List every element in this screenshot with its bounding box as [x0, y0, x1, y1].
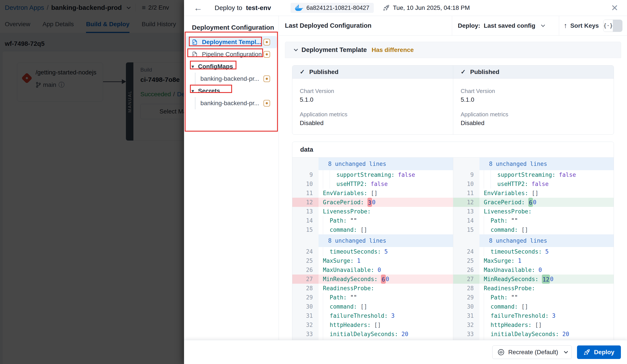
- deployment-strategy-icon: [497, 349, 505, 356]
- diff-code-line: 24timeoutSeconds: 5: [453, 247, 614, 256]
- indent-guide: [323, 179, 330, 188]
- screen: Devtron Apps / banking-backend-prod ≡ 2/…: [0, 0, 627, 364]
- code-cell: timeoutSeconds: 5: [479, 247, 614, 256]
- code-token: ReadinessProbe:: [323, 284, 374, 293]
- code-token: 5: [545, 247, 549, 256]
- config-diff-scroll-area[interactable]: Deployment Template Has difference ✓ Pub…: [279, 36, 627, 340]
- line-number: 25: [292, 256, 318, 265]
- data-card-title: data: [292, 142, 614, 158]
- back-arrow-icon[interactable]: ←: [194, 3, 202, 12]
- code-token: useHTTP2:: [336, 179, 371, 188]
- indent-guide: [484, 320, 491, 329]
- sidebar-item-deployment-template[interactable]: Deployment Templ...: [186, 36, 277, 48]
- code-token: 6: [381, 274, 386, 284]
- collapse-triangle-icon[interactable]: ▾: [192, 63, 198, 70]
- line-number: 13: [453, 207, 479, 216]
- field-value: 5.1.0: [300, 96, 446, 103]
- collapse-triangle-icon[interactable]: ▾: [192, 88, 198, 94]
- code-cell: MaxUnavailable: 0: [479, 265, 614, 274]
- code-token: MaxSurge:: [323, 256, 357, 265]
- code-token: 0: [377, 265, 381, 274]
- diff-collapse-row[interactable]: 8 unchanged lines: [292, 158, 453, 170]
- code-cell: LivenessProbe:: [479, 207, 614, 216]
- diff-code-line: 15command: []: [453, 225, 614, 234]
- sidebar-item-secret-banking-backend[interactable]: banking-backend-pr...: [184, 97, 279, 109]
- code-token: "": [511, 216, 518, 225]
- code-token: "": [350, 293, 357, 302]
- code-cell: EnvVariables: []: [318, 188, 453, 198]
- unchanged-lines-toggle[interactable]: 8 unchanged lines: [323, 234, 386, 247]
- indent-guide: [484, 329, 491, 339]
- code-token: []: [361, 302, 367, 311]
- indent-guide: [330, 179, 336, 188]
- modal-header: ← Deploy to test-env 6a824121-10821-8042…: [184, 0, 627, 16]
- close-icon[interactable]: ✕: [611, 3, 618, 13]
- code-cell: 8 unchanged lines: [479, 158, 614, 170]
- line-number: 9: [453, 170, 479, 179]
- code-view-toggle[interactable]: {·}: [603, 20, 623, 32]
- code-token: ReadinessProbe:: [484, 284, 535, 293]
- diff-code-line: 25MaxSurge: 1: [292, 256, 453, 265]
- field-label: Application metrics: [461, 111, 606, 118]
- sort-keys-button[interactable]: ↑ Sort Keys: [564, 22, 599, 30]
- deploy-button[interactable]: Deploy: [577, 345, 621, 359]
- diff-right: 8 unchanged lines9supportStreaming: fals…: [453, 158, 614, 340]
- deployment-template-section-header[interactable]: Deployment Template Has difference: [285, 42, 621, 58]
- code-cell: EnvVariables: []: [479, 188, 614, 198]
- code-cell: MinReadySeconds: 120: [479, 274, 614, 284]
- section-collapse-chevron-icon[interactable]: [294, 47, 298, 51]
- code-token: 0: [538, 265, 542, 274]
- indent-guide: [323, 320, 330, 329]
- code-token: 6: [528, 198, 533, 207]
- diff-code-line: 12GracePeriod: 60: [453, 198, 614, 207]
- code-token: MaxSurge:: [484, 256, 518, 265]
- unchanged-lines-toggle[interactable]: 8 unchanged lines: [484, 234, 547, 247]
- line-number: 30: [292, 302, 318, 311]
- diff-code-line: 29Path: "": [453, 293, 614, 302]
- sidebar-group-secrets[interactable]: ▾ Secrets: [184, 85, 279, 97]
- code-token: false: [371, 179, 388, 188]
- diff-collapse-row[interactable]: 8 unchanged lines: [292, 234, 453, 247]
- sidebar-group-configmaps[interactable]: ▾ ConfigMaps: [184, 60, 279, 73]
- code-cell: MaxUnavailable: 0: [318, 265, 453, 274]
- yaml-diff-view: 8 unchanged lines9supportStreaming: fals…: [292, 158, 614, 340]
- indent-guide: [484, 247, 491, 256]
- config-tree: Deployment Templ... Pipeline Configurati…: [184, 36, 279, 109]
- code-token: []: [371, 188, 377, 198]
- code-token: supportStreaming:: [497, 170, 559, 179]
- deploy-config-dropdown[interactable]: Last saved config: [484, 22, 544, 29]
- diff-code-line: 26MaxUnavailable: 0: [453, 265, 614, 274]
- diff-code-line: 24timeoutSeconds: 5: [292, 247, 453, 256]
- toggle-track: [613, 20, 622, 32]
- code-cell: Path: "": [318, 293, 453, 302]
- field-label: Chart Version: [461, 88, 606, 94]
- indent-guide: [323, 311, 330, 320]
- chart-version-compare-card: ✓ Published Chart Version 5.1.0 Applicat…: [292, 65, 614, 135]
- unchanged-lines-toggle[interactable]: 8 unchanged lines: [323, 158, 386, 170]
- code-token: false: [532, 179, 549, 188]
- chevron-down-icon: [541, 23, 545, 27]
- code-cell: httpHeaders: []: [479, 320, 614, 329]
- code-token: 20: [562, 329, 569, 339]
- indent-guide: [484, 293, 491, 302]
- diff-collapse-row[interactable]: 8 unchanged lines: [453, 158, 614, 170]
- unchanged-lines-toggle[interactable]: 8 unchanged lines: [484, 158, 547, 170]
- code-token: command:: [330, 302, 361, 311]
- indent-guide: [491, 170, 497, 179]
- diff-collapse-row[interactable]: 8 unchanged lines: [453, 234, 614, 247]
- code-cell: useHTTP2: false: [318, 179, 453, 188]
- diff-code-line: 25MaxSurge: 1: [453, 256, 614, 265]
- diff-code-line: 15command: []: [292, 225, 453, 234]
- sidebar-item-label: Deployment Templ...: [202, 39, 261, 46]
- sidebar-item-pipeline-configuration[interactable]: Pipeline Configuration: [184, 48, 279, 60]
- line-number: 33: [453, 329, 479, 339]
- code-token: []: [532, 188, 538, 198]
- line-number: 33: [292, 329, 318, 339]
- indent-guide: [323, 170, 330, 179]
- sidebar-item-label: banking-backend-pr...: [200, 100, 259, 107]
- deployment-strategy-button[interactable]: Recreate (Default): [492, 345, 572, 359]
- line-number: 12: [292, 198, 318, 207]
- code-cell: LivenessProbe:: [318, 207, 453, 216]
- sidebar-item-configmap-banking-backend[interactable]: banking-backend-pr...: [184, 73, 279, 85]
- diff-code-line: 11EnvVariables: []: [292, 188, 453, 198]
